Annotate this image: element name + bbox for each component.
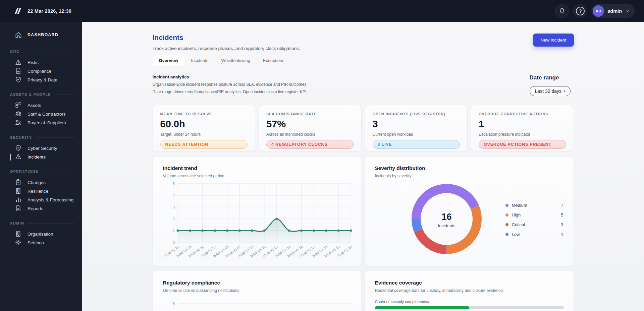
sidebar-section-label: OPERATIONS [10,170,39,174]
sidebar-item-buyers-suppliers[interactable]: Buyers & Suppliers [0,118,82,127]
main-area: Incidents Track active incidents, respon… [82,22,644,311]
section-divider [23,52,74,52]
home-icon [15,31,22,39]
topbar: 22 Mar 2026, 12:30 ? AD admin [0,0,644,22]
user-name: admin [607,8,622,14]
sidebar-item-risks[interactable]: Risks [0,58,82,67]
sidebar-item-label: Settings [28,240,44,245]
svg-text:2: 2 [172,217,174,221]
date-range-select[interactable]: Last 30 days ▾ [530,86,571,96]
bar-chart-icon [15,196,22,203]
legend-item-high: High5 [505,212,564,217]
kpi-subtext: Current open workload [373,132,460,137]
sidebar-section-header: OPERATIONS [10,170,74,174]
svg-text:3: 3 [172,205,174,209]
sidebar-item-cyber-security[interactable]: Cyber Security [0,143,82,153]
app-logo-icon [13,7,22,15]
legend-label: Low [512,232,561,237]
legend-dot-icon [505,233,508,236]
analytics-heading: Incident analytics [153,74,308,79]
gear-icon [15,239,22,246]
page-subtitle: Track active incidents, response phases,… [153,46,300,51]
document-chart-icon [15,67,22,75]
kpi-label: SLA COMPLIANCE RATE [266,112,354,116]
legend-value: 7 [561,203,563,208]
chart-title: Incident trend [163,165,351,171]
svg-text:16: 16 [441,212,451,222]
tab-incidents[interactable]: Incidents [184,55,215,66]
building-icon [15,187,22,195]
document-chart-icon [15,205,22,212]
legend-label: Medium [512,203,561,208]
chevron-down-icon [625,9,630,13]
sidebar-section-header: GRC [10,50,74,54]
kpi-card-open-incidents-live-register: OPEN INCIDENTS (LIVE REGISTER)3Current o… [365,105,468,152]
sidebar-item-privacy-data[interactable]: Privacy & Data [0,75,82,84]
sidebar-item-label: Reports [28,206,43,211]
sidebar-item-dashboard[interactable]: DASHBOARD [0,29,82,41]
sidebar-item-label: Resilience [28,189,48,194]
clipboard-check-icon [15,179,22,186]
help-button[interactable]: ? [573,4,587,18]
kpi-subtext: Escalation pressure indicator [479,132,566,137]
sidebar-section-header: SECURITY [10,135,74,139]
user-menu[interactable]: AD admin [591,4,635,18]
legend-value: 1 [561,232,563,237]
sidebar-section-label: ASSETS & PEOPLE [10,92,51,97]
people-group-icon [15,110,22,118]
sidebar-item-staff-contractors[interactable]: Staff & Contractors [0,109,82,119]
kpi-value: 57% [266,119,354,130]
sidebar-item-reports[interactable]: Reports [0,204,82,213]
sidebar-item-label: Assets [28,103,41,108]
sidebar-item-label: Analysis & Forecasting [28,197,73,202]
severity-legend: Medium7High5Critical3Low1 [505,203,564,237]
evidence-bar-track [375,306,564,309]
chart-title: Regulatory compliance [163,280,351,286]
warning-triangle-icon [15,59,22,66]
chart-subtitle: Horizontal coverage bars for custody, im… [375,288,564,293]
section-divider [55,95,74,95]
tab-whistleblowing[interactable]: Whistleblowing [215,55,257,66]
kpi-label: OVERDUE CORRECTIVE ACTIONS [479,112,566,116]
legend-dot-icon [505,213,508,216]
sidebar: DASHBOARD GRCRisksCompliancePrivacy & Da… [0,22,82,311]
tab-exceptions[interactable]: Exceptions [257,55,291,66]
sidebar-item-label: Risks [28,60,39,65]
sidebar-item-organisation[interactable]: Organisation [0,229,82,239]
sidebar-section-assets-people: ASSETS & PEOPLEAssetsStaff & Contractors… [0,92,82,127]
tab-overview[interactable]: Overview [153,55,185,66]
chart-subtitle: On-time vs late vs outstanding notificat… [163,288,351,293]
kpi-subtext: Target: under 24 hours [160,132,248,137]
kpi-value: 1 [479,119,566,130]
sidebar-item-label: Organisation [28,232,53,237]
date-range-label: Date range [530,74,571,81]
kpi-value: 60.0h [160,119,248,130]
sidebar-item-label: Buyers & Suppliers [28,120,66,125]
new-incident-button[interactable]: New incident [533,34,574,47]
chart-subtitle: Incidents by severity [375,174,564,178]
sidebar-section-admin: ADMINOrganisationSettings [0,221,82,247]
incident-trend-card: Incident trend Volume across the selecte… [153,156,361,267]
evidence-coverage-card: Evidence coverage Horizontal coverage ba… [365,271,574,311]
people-icon [15,119,22,126]
evidence-bars: Chain-of-custody completenessImmutabilit… [375,300,564,311]
legend-value: 3 [561,222,563,227]
sidebar-section-label: GRC [10,50,19,54]
kpi-badge: 4 REGULATORY CLOCKS [266,140,354,149]
sidebar-item-incidents[interactable]: Incidents [0,152,82,162]
legend-item-medium: Medium7 [505,203,564,208]
sidebar-item-analysis-forecasting[interactable]: Analysis & Forecasting [0,195,82,204]
sidebar-item-resilience[interactable]: Resilience [0,186,82,196]
kpi-card-overdue-corrective-actions: OVERDUE CORRECTIVE ACTIONS1Escalation pr… [471,105,574,152]
sidebar-item-compliance[interactable]: Compliance [0,66,82,76]
legend-dot-icon [505,223,508,226]
chart-subtitle: Volume across the selected period [163,174,351,178]
sidebar-item-assets[interactable]: Assets [0,101,82,110]
svg-text:5: 5 [172,302,174,306]
shield-check-icon [15,144,22,152]
notifications-button[interactable] [555,4,569,18]
sidebar-item-settings[interactable]: Settings [0,238,82,247]
evidence-bar-label-chain-of-custody-completeness: Chain-of-custody completeness [375,300,564,304]
sidebar-item-changes[interactable]: Changes [0,178,82,187]
severity-donut-chart: 16Incidents [407,180,486,258]
